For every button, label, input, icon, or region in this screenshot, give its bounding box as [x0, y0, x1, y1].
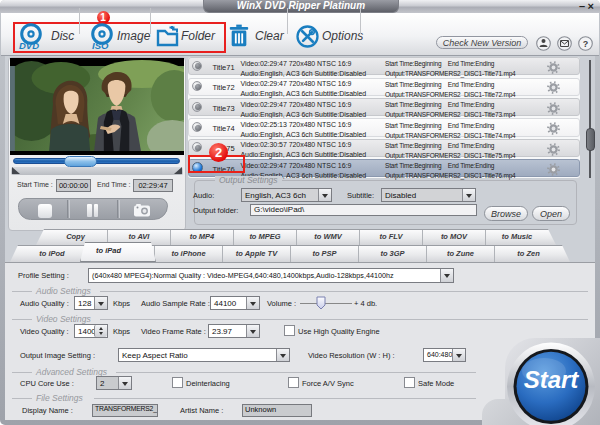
svg-text:Start: Start: [524, 366, 580, 393]
svg-text:DVD: DVD: [19, 40, 39, 51]
svg-text:?: ?: [583, 39, 589, 49]
svg-text:ISO: ISO: [92, 40, 109, 51]
